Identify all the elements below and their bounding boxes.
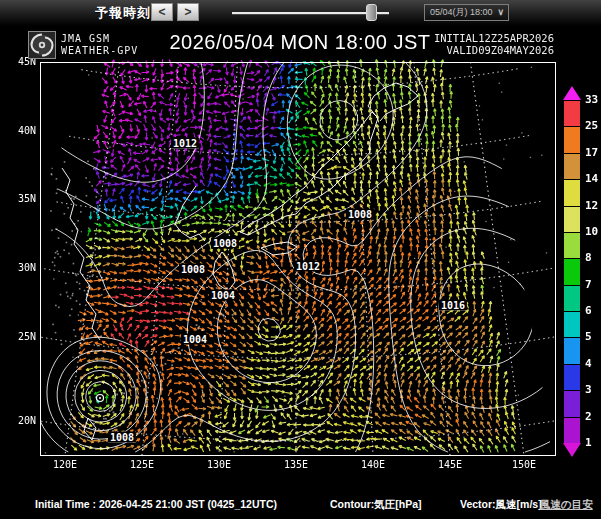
time-slider-thumb[interactable] <box>366 4 377 21</box>
lat-tick-label: 35N <box>2 193 36 204</box>
contour-label: 1004 <box>181 334 209 345</box>
lat-tick-label: 30N <box>2 262 36 273</box>
prev-time-button[interactable]: < <box>151 3 173 21</box>
colorbar-segment <box>563 364 581 391</box>
colorbar-segment <box>563 153 581 180</box>
status-bar: Initial Time : 2026-04-25 21:00 JST (042… <box>0 493 601 519</box>
colorbar-arrow-down-icon <box>563 443 581 457</box>
colorbar-value-label: 5 <box>585 330 592 343</box>
lon-tick-label: 125E <box>130 459 154 470</box>
weather-map-canvas <box>0 0 601 519</box>
colorbar-segment <box>563 179 581 206</box>
colorbar-segment <box>563 417 581 444</box>
page-title: 2026/05/04 MON 18:00 JST <box>140 31 460 54</box>
colorbar-value-label: 12 <box>585 199 598 212</box>
colorbar-value-label: 25 <box>585 119 598 132</box>
lon-tick-label: 145E <box>438 459 462 470</box>
initial-time-line: INITIAL12Z25APR2026 <box>434 32 554 44</box>
contour-label: 1016 <box>439 300 467 311</box>
contour-label: 1008 <box>346 209 374 220</box>
product-name: WEATHER-GPV <box>61 45 138 56</box>
lon-tick-label: 130E <box>207 459 231 470</box>
colorbar-segment <box>563 311 581 338</box>
colorbar-value-label: 17 <box>585 146 598 159</box>
colorbar-value-label: 2 <box>585 410 592 423</box>
contour-label: 1004 <box>209 290 237 301</box>
colorbar-segment <box>563 390 581 417</box>
colorbar-segment <box>563 100 581 127</box>
colorbar-value-label: 33 <box>585 93 598 106</box>
lat-tick-label: 20N <box>2 415 36 426</box>
forecast-time-label: 予報時刻 <box>95 4 151 22</box>
time-select-value: 05/04(月) 18:00 <box>430 7 493 17</box>
colorbar-value-label: 8 <box>585 251 592 264</box>
colorbar-value-label: 6 <box>585 304 592 317</box>
contour-label: 1012 <box>171 138 199 149</box>
colorbar-value-label: 10 <box>585 225 598 238</box>
agency-name: JMA GSM <box>61 33 110 44</box>
lat-tick-label: 40N <box>2 125 36 136</box>
jma-typhoon-logo-icon <box>28 31 56 59</box>
chevron-down-icon: ∨ <box>497 5 504 20</box>
colorbar-segment <box>563 285 581 312</box>
wind-guide-link[interactable]: 風速の目安 <box>540 498 593 512</box>
forecast-time-toolbar: 予報時刻 < > 05/04(月) 18:00 ∨ <box>0 0 601 26</box>
initial-valid-times: INITIAL12Z25APR2026 VALID09Z04MAY2026 <box>434 32 554 56</box>
contour-label: 1008 <box>211 238 239 249</box>
colorbar-segment <box>563 337 581 364</box>
colorbar-arrow-up-icon <box>563 86 581 100</box>
lon-tick-label: 150E <box>512 459 536 470</box>
lon-tick-label: 120E <box>53 459 77 470</box>
valid-time-line: VALID09Z04MAY2026 <box>434 44 554 56</box>
contour-label: 1012 <box>294 261 322 272</box>
colorbar-segment <box>563 232 581 259</box>
colorbar-segment <box>563 126 581 153</box>
colorbar-segment <box>563 258 581 285</box>
contour-legend-text: Contour:気圧[hPa] <box>330 498 422 512</box>
contour-label: 1008 <box>108 432 136 443</box>
wind-speed-colorbar: 33251714121087654321 <box>562 84 601 464</box>
initial-time-text: Initial Time : 2026-04-25 21:00 JST (042… <box>35 498 277 510</box>
next-time-button[interactable]: > <box>177 3 199 21</box>
colorbar-value-label: 3 <box>585 383 592 396</box>
colorbar-value-label: 14 <box>585 172 598 185</box>
contour-label: 1008 <box>179 264 207 275</box>
lon-tick-label: 135E <box>284 459 308 470</box>
vector-legend-text: Vector:風速[m/s] <box>460 498 542 512</box>
colorbar-value-label: 7 <box>585 278 592 291</box>
weather-gpv-app: 予報時刻 < > 05/04(月) 18:00 ∨ JMA GSM WEATHE… <box>0 0 601 519</box>
time-select-dropdown[interactable]: 05/04(月) 18:00 ∨ <box>424 4 509 21</box>
lat-tick-label: 25N <box>2 331 36 342</box>
colorbar-value-label: 1 <box>585 436 592 449</box>
colorbar-segment <box>563 206 581 233</box>
colorbar-value-label: 4 <box>585 357 592 370</box>
lon-tick-label: 140E <box>361 459 385 470</box>
